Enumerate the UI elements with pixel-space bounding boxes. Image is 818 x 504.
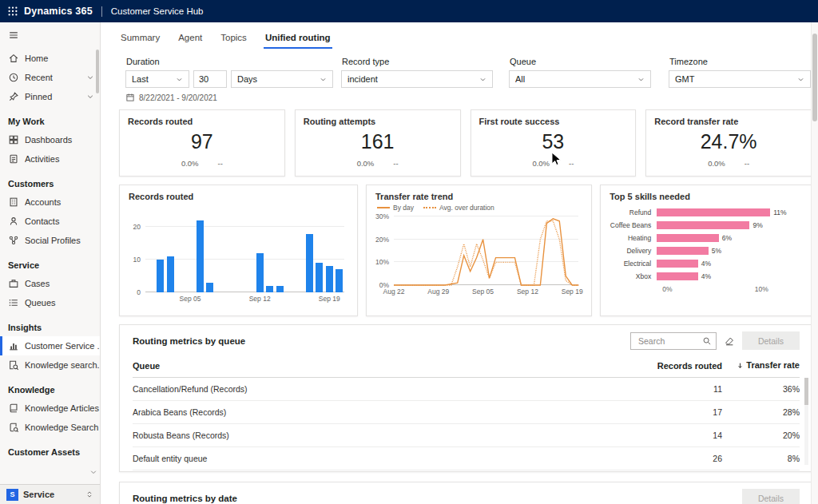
skill-bar-refund[interactable]: [657, 208, 770, 216]
x-tick-label: Aug 22: [383, 288, 405, 296]
bar-sep-14[interactable]: [276, 286, 284, 292]
sidebar-scrollbar[interactable]: [96, 50, 99, 209]
kpi-trend: --: [218, 159, 223, 168]
x-tick-label: Sep 05: [472, 288, 494, 296]
bar-slot: [185, 211, 195, 292]
queue-table-row[interactable]: Robusta Beans (Records)1420%: [133, 424, 800, 447]
table-header-row: Queue Records routed Transfer rate: [133, 354, 800, 378]
bar-sep-20[interactable]: [336, 269, 343, 292]
sidebar-item-activities[interactable]: Activities: [0, 149, 100, 169]
column-header-label: Transfer rate: [746, 360, 800, 370]
skill-bar-delivery[interactable]: [657, 247, 709, 255]
sidebar-item-dashboards[interactable]: Dashboards: [0, 130, 100, 149]
queue-table: Queue Records routed Transfer rate Cance…: [133, 354, 800, 470]
timezone-dropdown[interactable]: GMT: [669, 70, 811, 88]
search-input[interactable]: [637, 335, 702, 347]
queue-table-row[interactable]: Default entity queue268%: [133, 447, 800, 470]
skill-label: Coffee Beans: [607, 221, 657, 229]
skill-bar-heating[interactable]: [657, 234, 718, 242]
queue-table-row[interactable]: Arabica Beans (Records)1728%: [133, 401, 800, 424]
legend-item: By day: [377, 204, 414, 212]
sidebar-item-label: Queues: [25, 298, 100, 308]
duration-kind-dropdown[interactable]: Last: [125, 70, 189, 88]
bar-sep-06[interactable]: [197, 220, 204, 292]
sidebar-item-cases[interactable]: Cases: [0, 274, 100, 293]
hamburger-menu-icon[interactable]: [0, 22, 100, 49]
kpi-delta: 0.0%: [181, 159, 199, 168]
queues-icon: [8, 297, 25, 308]
bar-sep-07[interactable]: [206, 283, 213, 292]
queue-dropdown[interactable]: All: [509, 70, 651, 88]
skill-label: Heating: [607, 234, 657, 242]
tab-topics[interactable]: Topics: [219, 33, 248, 49]
skill-value: 4%: [701, 272, 711, 280]
bar-sep-18[interactable]: [316, 263, 323, 292]
x-tick-label: Sep 19: [562, 288, 583, 296]
y-tick-label: 20%: [375, 236, 389, 244]
queue-label: Queue: [510, 57, 536, 66]
area-switcher[interactable]: S Service: [0, 484, 100, 504]
knowledge-search-icon: [8, 359, 25, 371]
book-search-icon: [8, 422, 25, 433]
routing-metrics-by-queue-section: Routing metrics by queue Details Queue R…: [119, 324, 812, 472]
sidebar-item-label: Cases: [25, 279, 100, 288]
clear-filter-icon[interactable]: [724, 335, 735, 347]
avg-over-duration-line: [394, 221, 578, 285]
kpi-title: First route success: [471, 110, 636, 126]
skill-row-heating: Heating6%: [607, 232, 801, 244]
sidebar-item-home[interactable]: Home: [0, 49, 100, 68]
bar-sep-17[interactable]: [306, 234, 313, 292]
column-header-queue[interactable]: Queue: [133, 361, 618, 371]
details-button[interactable]: Details: [742, 489, 800, 504]
skill-bar-electrical[interactable]: [657, 260, 698, 268]
sidebar-item-knowledge-articles[interactable]: Knowledge Articles: [0, 399, 100, 418]
sidebar-item-accounts[interactable]: Accounts: [0, 192, 100, 212]
table-scrollbar[interactable]: [804, 378, 808, 465]
sidebar-item-social-profiles[interactable]: Social Profiles: [0, 231, 100, 250]
column-header-records-routed[interactable]: Records routed: [618, 361, 722, 371]
bar-sep-02[interactable]: [157, 260, 164, 292]
bar-sep-03[interactable]: [167, 256, 174, 292]
kpi-title: Records routed: [120, 110, 284, 126]
social-profiles-icon: [8, 235, 25, 246]
bar-sep-19[interactable]: [326, 266, 333, 292]
sidebar-item-queues[interactable]: Queues: [0, 293, 100, 312]
main-scrollbar[interactable]: [811, 22, 818, 504]
y-tick-label: 10%: [375, 258, 389, 266]
queue-table-row[interactable]: Cancellation/Refund (Records)1136%: [133, 378, 800, 401]
sidebar-item-knowledge-search[interactable]: Knowledge Search: [0, 418, 100, 437]
bar-slot: [175, 211, 185, 292]
search-icon[interactable]: [702, 336, 712, 346]
record-type-dropdown[interactable]: incident: [341, 70, 493, 88]
sidebar-item-knowledge-search[interactable]: Knowledge search...: [0, 355, 100, 375]
details-button[interactable]: Details: [742, 331, 800, 350]
chart-legend: By dayAvg. over duration: [367, 201, 591, 212]
sidebar-scroll-down-icon[interactable]: [89, 465, 97, 479]
bar-sep-13[interactable]: [266, 286, 273, 292]
column-header-transfer-rate[interactable]: Transfer rate: [722, 360, 800, 371]
dropdown-value: Days: [237, 74, 315, 84]
accounts-icon: [8, 196, 25, 208]
sidebar-item-recent[interactable]: Recent: [0, 68, 100, 87]
record-type-label: Record type: [342, 57, 389, 66]
cell-queue: Default entity queue: [133, 454, 618, 463]
skill-label: Electrical: [607, 260, 657, 268]
tab-unified-routing[interactable]: Unified routing: [264, 33, 332, 49]
duration-value-input[interactable]: [193, 70, 227, 88]
table-search: [630, 332, 717, 350]
skill-bar-xbox[interactable]: [657, 272, 698, 280]
tab-summary[interactable]: Summary: [119, 33, 161, 49]
bar-slot: [324, 211, 334, 292]
sidebar-item-customer-service[interactable]: Customer Service ...: [0, 336, 100, 355]
app-launcher-icon[interactable]: [0, 6, 24, 17]
area-label: Service: [23, 490, 85, 499]
tab-agent[interactable]: Agent: [177, 33, 204, 49]
skill-bar-coffee-beans[interactable]: [657, 221, 749, 229]
sidebar-item-pinned[interactable]: Pinned: [0, 87, 100, 106]
bar-sep-12[interactable]: [256, 253, 264, 292]
sidebar-item-label: Accounts: [25, 197, 100, 207]
sidebar-item-contacts[interactable]: Contacts: [0, 212, 100, 231]
duration-unit-dropdown[interactable]: Days: [231, 70, 333, 88]
app-title[interactable]: Customer Service Hub: [111, 6, 204, 16]
brand-title[interactable]: Dynamics 365: [24, 6, 93, 17]
